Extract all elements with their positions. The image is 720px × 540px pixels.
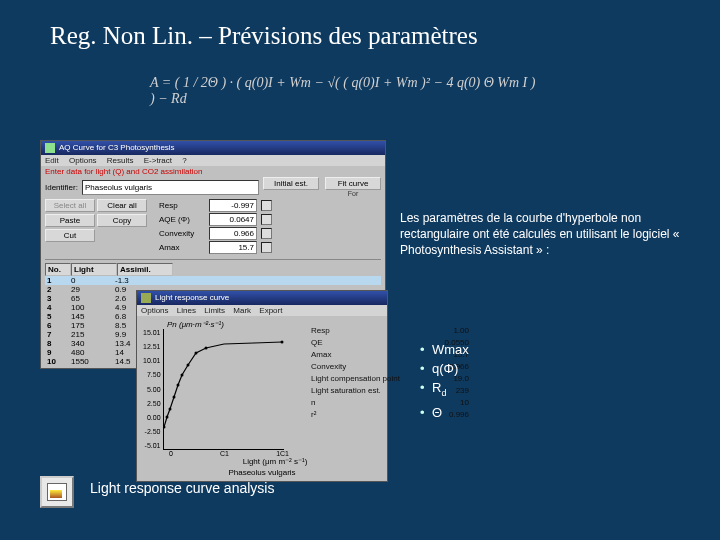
col-light[interactable]: Light xyxy=(71,263,117,276)
menu-limits[interactable]: Limits xyxy=(204,306,225,315)
plot-area[interactable] xyxy=(163,329,284,450)
menu-mark[interactable]: Mark xyxy=(233,306,251,315)
svg-point-3 xyxy=(172,396,175,399)
plot-curve xyxy=(164,329,284,449)
bullet-qphi: q(Φ) xyxy=(432,361,458,376)
plot-window-titlebar[interactable]: Light response curve xyxy=(137,291,387,305)
description: Les paramètres de la courbe d'hyperbole … xyxy=(400,210,680,258)
fit-sub-label: For xyxy=(325,190,381,197)
identifier-label: Identifier: xyxy=(45,183,78,192)
footer-label: Light response curve analysis xyxy=(90,480,274,496)
svg-point-1 xyxy=(165,416,168,419)
svg-point-2 xyxy=(168,408,171,411)
window-icon xyxy=(45,143,55,153)
svg-point-7 xyxy=(194,352,197,355)
menu-options[interactable]: Options xyxy=(69,156,97,165)
page-title: Reg. Non Lin. – Prévisions des paramètre… xyxy=(50,22,478,50)
window-icon xyxy=(141,293,151,303)
param-resp-label: Resp xyxy=(159,201,205,210)
param-panel: Resp-0.997 AQE (Φ)0.0647 Convexity0.966 … xyxy=(159,199,272,254)
paste-button[interactable]: Paste xyxy=(45,214,95,227)
svg-point-9 xyxy=(280,341,283,344)
bullet-rd: Rd xyxy=(432,380,446,395)
param-amax-value[interactable]: 15.7 xyxy=(209,241,257,254)
param-resp-check[interactable] xyxy=(261,200,272,211)
param-aqe-value[interactable]: 0.0647 xyxy=(209,213,257,226)
svg-point-5 xyxy=(180,374,183,377)
col-no[interactable]: No. xyxy=(45,263,71,276)
param-amax-check[interactable] xyxy=(261,242,272,253)
copy-button[interactable]: Copy xyxy=(97,214,147,227)
menu-lines[interactable]: Lines xyxy=(177,306,196,315)
bullet-theta: Θ xyxy=(432,405,442,420)
aq-menubar[interactable]: Edit Options Results E->tract ? xyxy=(41,155,385,166)
menu-export[interactable]: Export xyxy=(259,306,282,315)
enter-data-label: Enter data for light (Q) and CO2 assimil… xyxy=(41,166,385,177)
param-aqe-label: AQE (Φ) xyxy=(159,215,205,224)
param-conv-label: Convexity xyxy=(159,229,205,238)
table-row[interactable]: 10-1.3 xyxy=(45,276,381,285)
bullet-wmax: Wmax xyxy=(432,342,469,357)
plot-yaxis: 15.0112.5110.017.505.002.500.00-2.50-5.0… xyxy=(143,329,163,449)
aq-window-title: AQ Curve for C3 Photosynthesis xyxy=(59,141,175,155)
plot-window: Light response curve Options Lines Limit… xyxy=(136,290,388,482)
analysis-icon[interactable] xyxy=(40,476,74,508)
param-conv-check[interactable] xyxy=(261,228,272,239)
param-amax-label: Amax xyxy=(159,243,205,252)
menu-edit[interactable]: Edit xyxy=(45,156,59,165)
bullet-list: •Wmax •q(Φ) •Rd •Θ xyxy=(420,340,469,422)
menu-extract[interactable]: E->tract xyxy=(144,156,172,165)
param-conv-value[interactable]: 0.966 xyxy=(209,227,257,240)
plot-window-title: Light response curve xyxy=(155,291,229,305)
identifier-input[interactable] xyxy=(82,180,259,195)
svg-point-8 xyxy=(204,347,207,350)
menu-results[interactable]: Results xyxy=(107,156,134,165)
svg-point-0 xyxy=(164,426,166,429)
col-assimil[interactable]: Assimil. xyxy=(117,263,173,276)
svg-point-6 xyxy=(186,364,189,367)
menu-plot-options[interactable]: Options xyxy=(141,306,169,315)
select-all-button[interactable]: Select all xyxy=(45,199,95,212)
aq-window-titlebar[interactable]: AQ Curve for C3 Photosynthesis xyxy=(41,141,385,155)
svg-point-4 xyxy=(176,384,179,387)
cut-button[interactable]: Cut xyxy=(45,229,95,242)
initial-est-button[interactable]: Initial est. xyxy=(263,177,319,190)
plot-caption: Phaseolus vulgaris xyxy=(143,468,381,477)
menu-help[interactable]: ? xyxy=(182,156,186,165)
param-resp-value[interactable]: -0.997 xyxy=(209,199,257,212)
formula: A = ( 1 / 2Θ ) · ( q(0)I + Wm − √( ( q(0… xyxy=(150,75,540,107)
fit-curve-button[interactable]: Fit curve xyxy=(325,177,381,190)
plot-xlabel: Light (μm m⁻² s⁻¹) xyxy=(169,457,381,466)
clear-all-button[interactable]: Clear all xyxy=(97,199,147,212)
plot-menubar[interactable]: Options Lines Limits Mark Export xyxy=(137,305,387,316)
plot-xaxis: 0C11C1 xyxy=(169,450,289,457)
param-aqe-check[interactable] xyxy=(261,214,272,225)
